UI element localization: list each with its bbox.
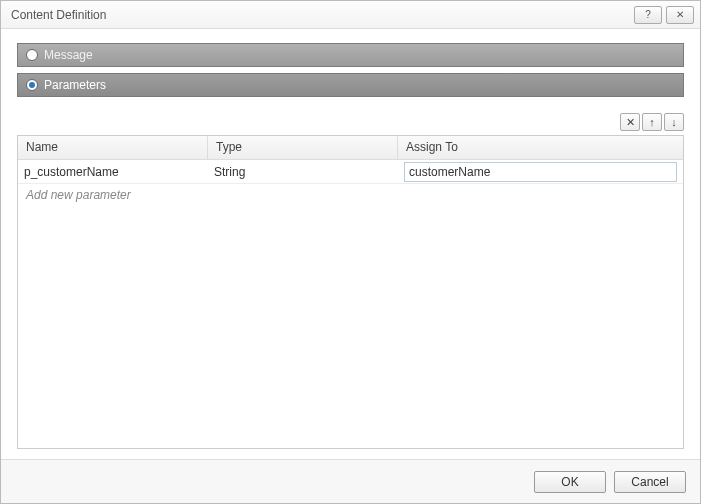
move-down-button[interactable]: ↓	[664, 113, 684, 131]
cell-name: p_customerName	[18, 163, 208, 181]
param-type[interactable]: String	[214, 165, 245, 179]
move-up-button[interactable]: ↑	[642, 113, 662, 131]
window-title: Content Definition	[11, 8, 630, 22]
header-assign[interactable]: Assign To	[398, 136, 683, 159]
ok-button[interactable]: OK	[534, 471, 606, 493]
table-header: Name Type Assign To	[18, 136, 683, 160]
radio-icon	[26, 49, 38, 61]
dialog: Content Definition ? ✕ Message Parameter…	[0, 0, 701, 504]
cell-assign	[398, 160, 683, 184]
table-toolbar: ✕ ↑ ↓	[17, 113, 684, 131]
option-parameters-label: Parameters	[44, 78, 106, 92]
arrow-down-icon: ↓	[671, 116, 677, 128]
dialog-footer: OK Cancel	[1, 459, 700, 503]
cancel-label: Cancel	[631, 475, 668, 489]
header-name[interactable]: Name	[18, 136, 208, 159]
close-icon: ✕	[676, 9, 684, 20]
help-icon: ?	[645, 9, 651, 20]
ok-label: OK	[561, 475, 578, 489]
arrow-up-icon: ↑	[649, 116, 655, 128]
titlebar: Content Definition ? ✕	[1, 1, 700, 29]
cell-type: String	[208, 163, 398, 181]
table-row[interactable]: p_customerName String	[18, 160, 683, 184]
close-button[interactable]: ✕	[666, 6, 694, 24]
param-name[interactable]: p_customerName	[24, 165, 119, 179]
radio-icon	[26, 79, 38, 91]
assign-to-input[interactable]	[404, 162, 677, 182]
content-area: Message Parameters ✕ ↑ ↓ Name Type Assig…	[1, 29, 700, 459]
parameters-table: Name Type Assign To p_customerName Strin…	[17, 135, 684, 449]
delete-icon: ✕	[626, 116, 635, 129]
add-parameter-hint[interactable]: Add new parameter	[18, 184, 683, 206]
option-message[interactable]: Message	[17, 43, 684, 67]
cancel-button[interactable]: Cancel	[614, 471, 686, 493]
delete-row-button[interactable]: ✕	[620, 113, 640, 131]
option-message-label: Message	[44, 48, 93, 62]
help-button[interactable]: ?	[634, 6, 662, 24]
option-parameters[interactable]: Parameters	[17, 73, 684, 97]
header-type[interactable]: Type	[208, 136, 398, 159]
